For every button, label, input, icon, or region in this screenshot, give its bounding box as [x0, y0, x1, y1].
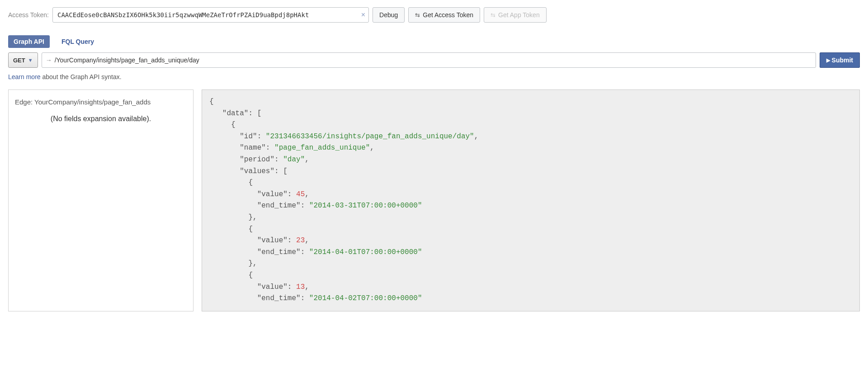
learn-more-link[interactable]: Learn more: [8, 73, 41, 80]
swap-icon: ⇆: [491, 12, 495, 19]
path-input-wrap[interactable]: →: [42, 52, 816, 68]
access-token-label: Access Token:: [8, 11, 49, 19]
swap-icon: ⇆: [415, 12, 420, 19]
learn-more-row: Learn more about the Graph API syntax.: [8, 73, 860, 80]
chevron-down-icon: ▼: [28, 57, 33, 63]
arrow-right-icon: →: [46, 57, 52, 64]
no-fields-text: (No fields expansion available).: [15, 115, 187, 123]
get-access-token-label: Get Access Token: [423, 11, 473, 19]
http-method-label: GET: [13, 57, 25, 64]
learn-more-rest: about the Graph API syntax.: [41, 73, 122, 80]
debug-button-label: Debug: [379, 11, 398, 19]
path-input[interactable]: [55, 57, 812, 64]
close-icon[interactable]: ×: [361, 11, 365, 19]
mode-tabs: Graph API FQL Query: [8, 35, 860, 48]
edge-value: YourCompany/insights/page_fan_adds: [34, 98, 151, 106]
main-columns: Edge: YourCompany/insights/page_fan_adds…: [8, 90, 860, 311]
debug-button[interactable]: Debug: [373, 7, 405, 23]
edge-prefix: Edge:: [15, 98, 34, 106]
response-json-panel: { "data": [ { "id": "231346633456/insigh…: [202, 90, 860, 311]
tab-graph-api[interactable]: Graph API: [8, 35, 50, 48]
tab-fql-query[interactable]: FQL Query: [56, 35, 99, 48]
http-method-select[interactable]: GET ▼: [8, 52, 38, 68]
access-token-row: Access Token: × Debug ⇆ Get Access Token…: [8, 7, 860, 23]
request-row: GET ▼ → ▶ Submit: [8, 52, 860, 68]
get-access-token-button[interactable]: ⇆ Get Access Token: [408, 7, 480, 23]
get-app-token-label: Get App Token: [498, 11, 540, 19]
edge-line: Edge: YourCompany/insights/page_fan_adds: [15, 98, 187, 106]
access-token-input-wrap: ×: [52, 7, 369, 23]
fields-sidebar: Edge: YourCompany/insights/page_fan_adds…: [8, 90, 193, 311]
get-app-token-button: ⇆ Get App Token: [484, 7, 547, 23]
access-token-input[interactable]: [52, 7, 369, 23]
play-icon: ▶: [826, 57, 830, 63]
submit-button-label: Submit: [832, 57, 853, 64]
submit-button[interactable]: ▶ Submit: [820, 52, 860, 68]
